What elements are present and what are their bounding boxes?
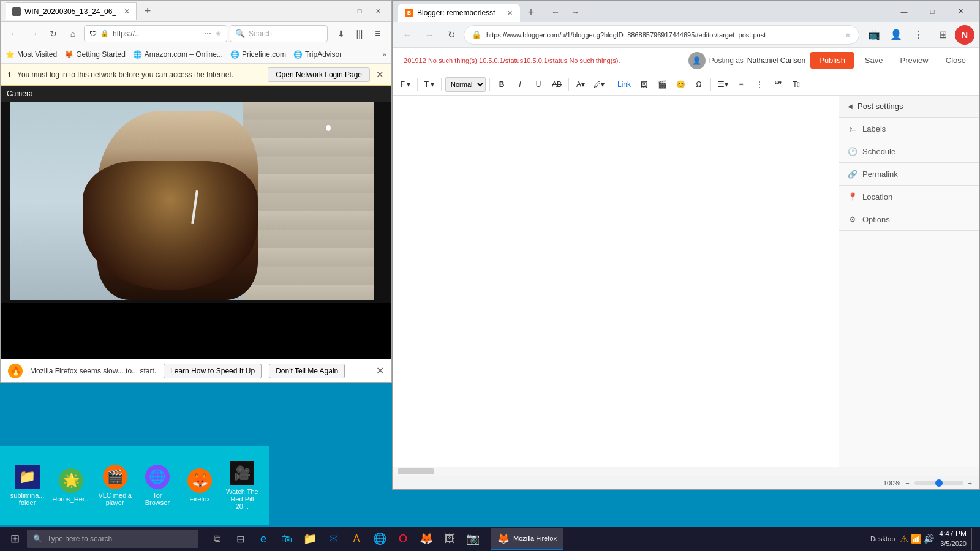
taskbar-search-box[interactable]: 🔍 Type here to search — [27, 530, 198, 548]
taskbar-clock[interactable]: 4:47 PM 3/5/2020 — [939, 529, 967, 549]
bookmark-getting-started[interactable]: 🦊 Getting Started — [64, 50, 126, 59]
chrome-close-button[interactable]: ✕ — [946, 1, 974, 22]
bookmark-tripadvisor[interactable]: 🌐 TripAdvisor — [293, 50, 342, 59]
taskbar-mail[interactable]: ✉ — [322, 528, 344, 550]
chrome-minimize-button[interactable]: — — [890, 1, 918, 22]
taskbar-amazon[interactable]: A — [345, 528, 368, 550]
taskbar-edge[interactable]: e — [252, 528, 274, 550]
notification-close[interactable]: ✕ — [376, 69, 384, 80]
desktop-icon-horus[interactable]: 🌟 Horus_Her... — [48, 465, 94, 506]
chrome-forward-button[interactable]: → — [420, 25, 439, 45]
schedule-item[interactable]: 🕐 Schedule — [839, 140, 979, 162]
special-chars-btn[interactable]: Ω — [691, 77, 707, 92]
taskbar-camera[interactable]: 📷 — [462, 528, 484, 550]
bookmark-most-visited[interactable]: ⭐ Most Visited — [6, 50, 57, 59]
back-button[interactable]: ← — [6, 25, 23, 42]
bookmark-star[interactable]: ★ — [215, 29, 222, 38]
taskbar-explorer[interactable]: 📁 — [299, 528, 321, 550]
zoom-out-btn[interactable]: − — [905, 479, 909, 487]
chrome-user-avatar[interactable]: N — [955, 25, 974, 45]
chrome-active-tab[interactable]: B Blogger: rememberlessf ✕ — [398, 4, 520, 22]
chrome-address-bar[interactable]: 🔒 https://www.blogger.com/u/1/blogger.g?… — [464, 25, 859, 45]
desktop-icon-redpill[interactable]: 🎥 Watch The Red Pill 20... — [221, 457, 263, 514]
forward-button[interactable]: → — [25, 25, 42, 42]
taskbar-store[interactable]: 🛍 — [276, 528, 298, 550]
desktop-icon-tor[interactable]: 🌐 Tor Browser — [136, 461, 178, 510]
taskbar-taskview[interactable]: ⧉ — [206, 528, 228, 550]
publish-button[interactable]: Publish — [810, 52, 854, 69]
maximize-button[interactable]: □ — [351, 4, 368, 18]
quote-btn[interactable]: ❝❞ — [770, 77, 786, 92]
desktop-icon-vlc[interactable]: 🎬 VLC media player — [94, 461, 136, 510]
bookmark-priceline[interactable]: 🌐 Priceline.com — [230, 50, 286, 59]
firefox-active-tab[interactable]: WIN_20200305_13_24_06_Pro... ✕ — [6, 2, 137, 20]
taskbar-tor[interactable]: 🌐 — [369, 528, 391, 550]
remove-format-btn[interactable]: T⃝ — [788, 77, 804, 92]
zoom-thumb[interactable] — [935, 479, 943, 487]
paragraph-style-select[interactable]: Normal — [445, 77, 486, 92]
slow-bar-close[interactable]: ✕ — [376, 365, 384, 377]
chrome-tab-arrow-right[interactable]: → — [567, 4, 584, 21]
video-btn[interactable]: 🎬 — [654, 77, 670, 92]
dont-tell-again-button[interactable]: Don't Tell Me Again — [269, 364, 345, 378]
tab-close-btn[interactable]: ✕ — [124, 7, 130, 16]
highlight-btn[interactable]: 🖊▾ — [591, 77, 607, 92]
taskbar-multitask[interactable]: ⊟ — [229, 528, 251, 550]
open-network-login-button[interactable]: Open Network Login Page — [268, 67, 370, 82]
show-desktop-btn[interactable] — [971, 528, 975, 550]
ordered-list-btn[interactable]: ≡ — [733, 77, 749, 92]
scrollbar-thumb[interactable] — [398, 468, 434, 474]
bold-button[interactable]: B — [494, 77, 510, 92]
taskbar-firefox2[interactable]: 🦊 — [415, 528, 437, 550]
bookmarks-overflow[interactable]: » — [382, 50, 386, 59]
taskbar-gallery[interactable]: 🖼 — [439, 528, 461, 550]
save-button[interactable]: Save — [859, 52, 889, 69]
font-size-btn[interactable]: T ▾ — [421, 77, 437, 92]
blogger-editor[interactable] — [393, 96, 839, 467]
chrome-settings-btn[interactable]: ⋮ — [908, 25, 928, 45]
start-button[interactable]: ⊞ — [5, 529, 24, 549]
link-btn[interactable]: Link — [615, 77, 633, 92]
blogger-close-button[interactable]: Close — [940, 52, 972, 69]
horizontal-scrollbar[interactable] — [393, 467, 979, 476]
taskbar-opera[interactable]: O — [392, 528, 414, 550]
chrome-cast-button[interactable]: 📺 — [864, 25, 884, 45]
chrome-refresh-button[interactable]: ↻ — [442, 25, 461, 45]
new-tab-button[interactable]: + — [139, 2, 156, 20]
downloads-button[interactable]: ⬇ — [333, 25, 350, 42]
location-item[interactable]: 📍 Location — [839, 186, 979, 208]
font-family-btn[interactable]: F ▾ — [398, 77, 413, 92]
chrome-tab-close[interactable]: ✕ — [507, 9, 513, 17]
chrome-tab-arrow-left[interactable]: ← — [547, 4, 564, 21]
sync-button[interactable]: ||| — [351, 25, 368, 42]
text-color-btn[interactable]: A▾ — [573, 77, 589, 92]
home-button[interactable]: ⌂ — [64, 25, 81, 42]
bookmark-amazon[interactable]: 🌐 Amazon.com – Online... — [133, 50, 223, 59]
address-bar[interactable]: 🛡 🔒 https://... ⋯ ★ — [84, 25, 227, 42]
image-btn[interactable]: 🖼 — [636, 77, 652, 92]
chrome-apps-btn[interactable]: ⊞ — [933, 25, 952, 45]
emoji-btn[interactable]: 😊 — [673, 77, 688, 92]
desktop-icon-sublimina[interactable]: 📁 sublimina... folder — [6, 461, 48, 510]
learn-speed-button[interactable]: Learn How to Speed It Up — [164, 364, 262, 378]
strikethrough-button[interactable]: AB — [549, 77, 565, 92]
underline-button[interactable]: U — [530, 77, 546, 92]
unordered-list-btn[interactable]: ⋮ — [752, 77, 767, 92]
minimize-button[interactable]: — — [333, 4, 350, 18]
close-button[interactable]: ✕ — [369, 4, 386, 18]
desktop-icon-firefox[interactable]: 🦊 Firefox — [179, 465, 221, 506]
permalink-item[interactable]: 🔗 Permalink — [839, 163, 979, 185]
italic-button[interactable]: I — [512, 77, 528, 92]
more-btn[interactable]: ⋯ — [204, 29, 211, 38]
refresh-button[interactable]: ↻ — [45, 25, 62, 42]
chrome-account-btn[interactable]: 👤 — [886, 25, 906, 45]
post-settings-header[interactable]: ◀ Post settings — [839, 96, 979, 118]
chrome-maximize-button[interactable]: □ — [918, 1, 946, 22]
zoom-slider[interactable] — [914, 481, 963, 485]
labels-item[interactable]: 🏷 Labels — [839, 118, 979, 140]
preview-button[interactable]: Preview — [894, 52, 935, 69]
chrome-back-button[interactable]: ← — [398, 25, 417, 45]
align-btn[interactable]: ☰▾ — [715, 77, 731, 92]
search-box[interactable]: 🔍 Search — [230, 25, 328, 42]
zoom-in-btn[interactable]: + — [968, 479, 972, 487]
